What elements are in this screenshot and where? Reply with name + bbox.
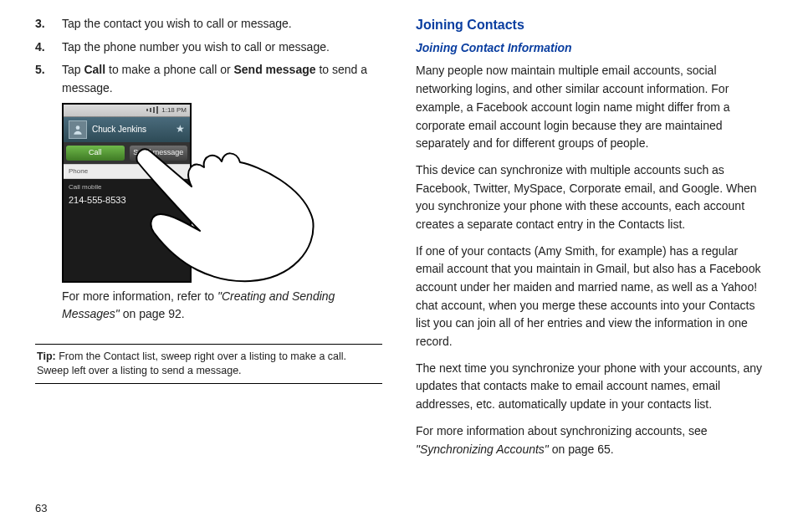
heading-joining-contacts: Joining Contacts [416,15,763,36]
svg-point-0 [76,125,80,130]
call-button[interactable]: Call [66,146,125,161]
list-item: 4. Tap the phone number you wish to call… [35,38,382,57]
paragraph: The next time you synchronize your phone… [416,360,763,414]
instruction-list: 3. Tap the contact you wish to call or m… [35,15,382,98]
list-number: 3. [35,15,62,33]
list-item: 5. Tap Call to make a phone call or Send… [35,61,382,97]
contact-header: Chuck Jenkins ★ [64,117,190,142]
reference-title: "Synchronizing Accounts" [416,442,549,456]
list-text: Tap the phone number you wish to call or… [62,38,382,57]
t: to make a phone call or [105,63,233,76]
signal-icon [146,106,158,114]
cross-reference: For more information, refer to "Creating… [62,288,382,324]
list-number: 5. [35,61,62,97]
tip-box: Tip: From the Contact list, sweep right … [35,344,382,384]
t: on page 92. [120,307,185,320]
left-column: 3. Tap the contact you wish to call or m… [35,15,382,517]
avatar-icon [69,120,87,139]
hand-pointer-icon [133,141,317,287]
tip-label: Tip: [37,350,59,362]
t: Tap [62,63,84,76]
status-bar: 1:18 PM [64,105,190,117]
page-number: 63 [35,500,47,517]
t: on page 65. [549,442,614,456]
list-text: Tap the contact you wish to call or mess… [62,15,382,33]
t: For more information about synchronizing… [416,424,708,437]
bold-send-message: Send message [233,63,315,76]
bold-call: Call [84,63,105,76]
paragraph: If one of your contacts (Amy Smith, for … [416,243,763,351]
list-text: Tap Call to make a phone call or Send me… [62,61,382,97]
paragraph: This device can synchronize with multipl… [416,161,763,234]
list-number: 4. [35,38,62,57]
paragraph: Many people now maintain multiple email … [416,62,763,152]
favorite-star-icon: ★ [176,121,185,137]
right-column: Joining Contacts Joining Contact Informa… [416,15,763,517]
contact-name: Chuck Jenkins [92,123,146,136]
paragraph-reference: For more information about synchronizing… [416,422,763,458]
phone-illustration: 1:18 PM Chuck Jenkins ★ Call Send messag… [62,103,313,283]
subheading-joining-contact-information: Joining Contact Information [416,39,763,58]
clock-text: 1:18 PM [161,105,187,115]
tip-text: From the Contact list, sweep right over … [37,350,346,376]
list-item: 3. Tap the contact you wish to call or m… [35,15,382,33]
manual-page: 3. Tap the contact you wish to call or m… [0,0,798,532]
t: For more information, refer to [62,289,217,303]
